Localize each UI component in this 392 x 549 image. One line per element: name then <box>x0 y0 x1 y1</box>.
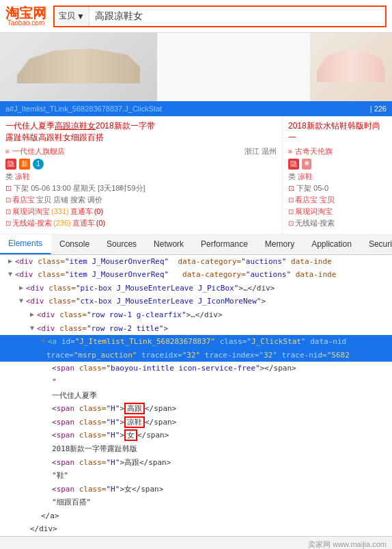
tree-line-21[interactable]: </div> <box>0 522 392 536</box>
shelf-icon: ⊡ <box>5 184 12 192</box>
watermark: 卖家网 www.maijia.com <box>308 539 387 549</box>
tree-line-15[interactable]: 2018新款一字带露趾韩版 <box>0 442 392 456</box>
tree-line-19[interactable]: "细跟百搭" <box>0 496 392 509</box>
tree-line-11[interactable]: 一代佳人夏季 <box>0 389 392 403</box>
category-value-right: 凉鞋 <box>298 172 313 180</box>
product-image-left <box>0 33 157 101</box>
tab-application[interactable]: Application <box>303 235 361 254</box>
action-row-2: ⊡ 展现词淘宝 (331) 直通车 (0) <box>5 206 277 217</box>
store-row-left: ≡ 一代佳人旗舰店 浙江 温州 <box>5 146 277 157</box>
product-title-right: 2018新款水钻鞋韩版时尚一 <box>288 120 387 144</box>
search-box: 宝贝 ▼ <box>53 5 387 27</box>
tree-line-3[interactable]: ▶ <div class="pic-box J_MouseEnterLeave … <box>0 282 392 295</box>
highlight-suffix: | 226 <box>370 105 387 113</box>
store-name-left[interactable]: 一代佳人旗舰店 <box>12 146 65 157</box>
tags-row-left: 隐 新 1 <box>5 159 277 170</box>
category-row-left: 类 凉鞋 <box>5 172 277 182</box>
tree-line-13[interactable]: <span class="H">凉鞋</span> <box>0 416 392 429</box>
tag-new-left: 新 <box>19 159 30 170</box>
logo-chinese: 淘宝网 <box>5 6 46 20</box>
logo-area: 淘宝网 Taobao.com <box>5 6 46 27</box>
chevron-down-icon: ▼ <box>76 12 85 21</box>
tree-line-2[interactable]: ▼ <div class="item J_MouserOnverReq" dat… <box>0 268 392 282</box>
product-image-right <box>310 33 392 101</box>
toggle-4[interactable]: ▼ <box>19 295 26 306</box>
action-row-1: ⊡ 看店宝 宝贝 店铺 搜索 调价 <box>5 195 277 205</box>
tree-line-20[interactable]: </a> <box>0 509 392 523</box>
tag-blue-left: 1 <box>33 159 44 170</box>
tab-memory[interactable]: Memory <box>257 235 303 254</box>
logo-english: Taobao.com <box>8 20 44 27</box>
shoe-image-left <box>17 46 140 88</box>
tab-performance[interactable]: Performance <box>193 235 257 254</box>
product-panels: 一代佳人夏季高跟凉鞋女2018新款一字带露趾韩版高跟鞋女细跟百搭 ≡ 一代佳人旗… <box>0 116 392 235</box>
action-icon-r3: ⊡ <box>288 219 294 227</box>
tree-line-8[interactable]: trace="msrp_auction" traceidx="32" trace… <box>0 349 392 362</box>
devtools-tabs: Elements Console Sources Network Perform… <box>0 235 392 255</box>
product-panel-right: 2018新款水钻鞋韩版时尚一 ≡ 古奇天伦旗 隐 ❀ 类 凉鞋 ⊡ 下架 05-… <box>283 116 392 234</box>
tag-hidden-left: 隐 <box>5 159 16 170</box>
product-link-left[interactable]: 一代佳人夏季高跟凉鞋女2018新款一字带露趾韩版高跟鞋女细跟百搭 <box>5 121 155 142</box>
bottom-bar: 卖家网 www.maijia.com <box>0 536 392 549</box>
action-icon-2: ⊡ <box>5 208 11 215</box>
tree-line-16[interactable]: <span class="H">高跟</span> <box>0 456 392 470</box>
tab-network[interactable]: Network <box>145 235 193 254</box>
search-type-selector[interactable]: 宝贝 ▼ <box>55 7 89 26</box>
toggle-6[interactable]: ▼ <box>30 323 37 334</box>
action-link-r2[interactable]: 展现词淘宝 <box>295 206 333 217</box>
region-left: 浙江 温州 <box>244 146 277 157</box>
count-red-1: (0) <box>94 207 103 215</box>
tree-line-10[interactable]: " <box>0 375 392 389</box>
category-value-left: 凉鞋 <box>15 172 30 180</box>
action-link-2[interactable]: 展现词淘宝 <box>12 206 50 217</box>
tab-security[interactable]: Security <box>361 235 392 254</box>
action-link-5[interactable]: 直通车 <box>72 218 95 228</box>
action-icon-r2: ⊡ <box>288 208 294 215</box>
devtools-highlight-bar: a#J_Itemlist_TLink_568283678837.J_ClickS… <box>0 101 392 116</box>
action-icon-r1: ⊡ <box>288 196 294 204</box>
count-red-2: (0) <box>96 219 105 227</box>
tree-line-17[interactable]: "鞋" <box>0 469 392 483</box>
toggle-2[interactable]: ▼ <box>8 269 15 280</box>
tree-line-14[interactable]: <span class="H">女</span> <box>0 429 392 442</box>
tree-line-6[interactable]: ▼ <div class="row row-2 title"> <box>0 322 392 336</box>
action-row-right-3: ⊡ 无线端·搜索 <box>288 218 387 228</box>
tree-line-9[interactable]: <span class="baoyou-intitle icon-service… <box>0 362 392 375</box>
product-image-strip <box>0 33 392 101</box>
action-link-4[interactable]: 无线端·搜索 <box>12 218 52 228</box>
search-input[interactable] <box>89 7 385 26</box>
tree-line-18[interactable]: <span class="H">女</span> <box>0 483 392 496</box>
action-icon-3: ⊡ <box>5 219 11 227</box>
top-bar: 淘宝网 Taobao.com 宝贝 ▼ <box>0 0 392 33</box>
action-link-r1[interactable]: 看店宝 宝贝 <box>295 195 335 205</box>
highlight-tag: a#J_Itemlist_TLink_568283678837.J_ClickS… <box>5 105 162 113</box>
tab-sources[interactable]: Sources <box>98 235 145 254</box>
action-icon-1: ⊡ <box>5 196 11 204</box>
toggle-5[interactable]: ▶ <box>30 309 37 320</box>
product-title-left: 一代佳人夏季高跟凉鞋女2018新款一字带露趾韩版高跟鞋女细跟百搭 <box>5 120 277 144</box>
count-orange-2: (236) <box>53 219 71 227</box>
action-row-right-2: ⊡ 展现词淘宝 <box>288 206 387 217</box>
tree-line-12[interactable]: <span class="H">高跟</span> <box>0 402 392 416</box>
tree-line-1[interactable]: ▶ <div class="item J_MouserOnverReq" dat… <box>0 255 392 269</box>
store-name-right[interactable]: 古奇天伦旗 <box>295 146 333 157</box>
action-row-3: ⊡ 无线端·搜索 (236) 直通车 (0) <box>5 218 277 228</box>
count-orange-1: (331) <box>51 207 69 215</box>
tab-console[interactable]: Console <box>51 235 98 254</box>
toggle-1[interactable]: ▶ <box>8 256 15 267</box>
action-link-1[interactable]: 看店宝 <box>12 195 35 205</box>
tree-line-7[interactable]: ▼ <a id="J_Itemlist_TLink_568283678837" … <box>0 335 392 349</box>
action-row-right-1: ⊡ 看店宝 宝贝 <box>288 195 387 205</box>
toggle-3[interactable]: ▶ <box>19 282 26 293</box>
tree-line-4[interactable]: ▼ <div class="ctx-box J_MouseEnterLeave … <box>0 295 392 308</box>
tag-flower-right: ❀ <box>302 159 311 170</box>
shoe-image-right <box>317 49 385 86</box>
store-row-right: ≡ 古奇天伦旗 <box>288 146 387 157</box>
tree-line-5[interactable]: ▶ <div class="row row-1 g-clearfix">…</d… <box>0 308 392 322</box>
tags-row-right: 隐 ❀ <box>288 159 387 170</box>
category-row-right: 类 凉鞋 <box>288 172 387 182</box>
toggle-7[interactable]: ▼ <box>41 336 48 347</box>
product-link-right[interactable]: 2018新款水钻鞋韩版时尚一 <box>288 121 380 142</box>
tab-elements[interactable]: Elements <box>0 235 51 254</box>
action-link-3[interactable]: 直通车 <box>70 206 93 217</box>
